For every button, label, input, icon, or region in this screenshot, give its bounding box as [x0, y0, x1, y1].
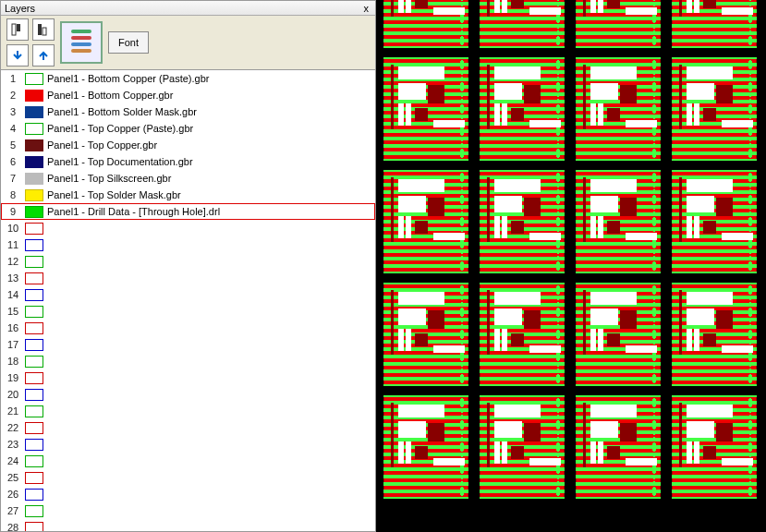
layer-row[interactable]: 18	[1, 353, 375, 369]
move-down-icon[interactable]	[6, 44, 29, 66]
layer-label: Panel1 - Bottom Solder Mask.gbr	[45, 106, 375, 117]
pcb-board	[576, 170, 661, 273]
layer-row[interactable]: 9Panel1 - Drill Data - [Through Hole].dr…	[1, 203, 375, 220]
layer-swatch[interactable]	[25, 322, 43, 334]
layer-swatch[interactable]	[25, 206, 43, 218]
layer-swatch[interactable]	[25, 156, 43, 168]
layer-swatch[interactable]	[25, 439, 43, 451]
layer-number: 1	[1, 73, 25, 84]
svg-rect-1	[17, 24, 20, 31]
layer-number: 27	[1, 505, 25, 516]
panel-title: Layers	[5, 3, 35, 14]
layer-row[interactable]: 14	[1, 286, 375, 303]
layer-swatch[interactable]	[25, 422, 43, 434]
layer-swatch[interactable]	[25, 372, 43, 384]
layer-row[interactable]: 1Panel1 - Bottom Copper (Paste).gbr	[1, 70, 375, 87]
layer-swatch[interactable]	[25, 223, 43, 235]
layer-row[interactable]: 10	[1, 220, 375, 236]
layer-row[interactable]: 24	[1, 453, 375, 469]
close-icon[interactable]: x	[361, 3, 372, 14]
pcb-board	[576, 0, 661, 48]
layer-row[interactable]: 3Panel1 - Bottom Solder Mask.gbr	[1, 103, 375, 120]
svg-rect-0	[12, 24, 16, 35]
layer-row[interactable]: 7Panel1 - Top Silkscreen.gbr	[1, 170, 375, 187]
layer-swatch[interactable]	[25, 272, 43, 284]
layer-swatch[interactable]	[25, 73, 43, 85]
layer-stack-icon[interactable]	[60, 21, 103, 64]
pcb-board	[480, 57, 565, 161]
layer-row[interactable]: 26	[1, 486, 375, 502]
pcb-board	[672, 170, 757, 273]
layer-row[interactable]: 17	[1, 336, 375, 353]
svg-rect-3	[43, 28, 46, 35]
layer-label: Panel1 - Bottom Copper (Paste).gbr	[45, 73, 375, 84]
layer-row[interactable]: 20	[1, 386, 375, 403]
layer-swatch[interactable]	[25, 522, 43, 532]
pcb-board	[383, 170, 468, 273]
layer-row[interactable]: 28	[1, 519, 375, 531]
layer-row[interactable]: 16	[1, 320, 375, 336]
layer-row[interactable]: 11	[1, 236, 375, 253]
layer-swatch[interactable]	[25, 256, 43, 268]
align-top-icon[interactable]	[6, 18, 29, 41]
pcb-board	[383, 283, 468, 386]
panel-titlebar: Layers x	[1, 1, 375, 16]
layer-row[interactable]: 23	[1, 436, 375, 453]
layer-swatch[interactable]	[25, 90, 43, 102]
layer-label: Panel1 - Top Solder Mask.gbr	[45, 189, 375, 200]
pcb-board	[576, 57, 661, 161]
layer-number: 12	[1, 256, 25, 267]
layer-label: Panel1 - Top Copper (Paste).gbr	[45, 123, 375, 134]
font-button[interactable]: Font	[108, 31, 149, 54]
layer-swatch[interactable]	[25, 289, 43, 301]
layer-row[interactable]: 2Panel1 - Bottom Copper.gbr	[1, 87, 375, 103]
layer-row[interactable]: 6Panel1 - Top Documentation.gbr	[1, 153, 375, 170]
layer-swatch[interactable]	[25, 356, 43, 368]
svg-rect-2	[38, 24, 42, 35]
layer-row[interactable]: 4Panel1 - Top Copper (Paste).gbr	[1, 120, 375, 137]
layer-number: 26	[1, 489, 25, 500]
layer-row[interactable]: 12	[1, 253, 375, 270]
pcb-board	[672, 395, 757, 499]
align-bottom-icon[interactable]	[32, 18, 55, 41]
pcb-board	[672, 0, 757, 48]
layer-number: 11	[1, 239, 25, 250]
layer-swatch[interactable]	[25, 106, 43, 118]
app-root: Layers x	[0, 0, 766, 532]
layer-number: 24	[1, 455, 25, 466]
layer-swatch[interactable]	[25, 306, 43, 318]
layer-swatch[interactable]	[25, 139, 43, 151]
layer-row[interactable]: 21	[1, 403, 375, 419]
layer-swatch[interactable]	[25, 339, 43, 351]
layer-row[interactable]: 5Panel1 - Top Copper.gbr	[1, 137, 375, 153]
layer-row[interactable]: 27	[1, 502, 375, 519]
layer-number: 21	[1, 405, 25, 417]
layer-swatch[interactable]	[25, 455, 43, 467]
layer-swatch[interactable]	[25, 405, 43, 417]
layer-number: 14	[1, 289, 25, 300]
layer-number: 16	[1, 322, 25, 333]
layer-swatch[interactable]	[25, 489, 43, 501]
layer-row[interactable]: 19	[1, 369, 375, 386]
layer-swatch[interactable]	[25, 189, 43, 201]
layer-number: 4	[1, 123, 25, 134]
layer-swatch[interactable]	[25, 123, 43, 135]
layer-swatch[interactable]	[25, 472, 43, 484]
layer-label: Panel1 - Top Silkscreen.gbr	[45, 173, 375, 184]
layer-number: 9	[1, 206, 25, 217]
layer-swatch[interactable]	[25, 505, 43, 517]
pcb-viewer[interactable]	[376, 0, 766, 532]
pcb-board	[480, 170, 565, 273]
layer-list-wrap: 1Panel1 - Bottom Copper (Paste).gbr2Pane…	[1, 69, 375, 531]
layer-swatch[interactable]	[25, 239, 43, 251]
layer-list[interactable]: 1Panel1 - Bottom Copper (Paste).gbr2Pane…	[1, 70, 375, 531]
layer-row[interactable]: 25	[1, 469, 375, 486]
layer-row[interactable]: 15	[1, 303, 375, 320]
layer-number: 2	[1, 90, 25, 101]
layer-row[interactable]: 8Panel1 - Top Solder Mask.gbr	[1, 187, 375, 203]
layer-row[interactable]: 22	[1, 419, 375, 436]
layer-row[interactable]: 13	[1, 270, 375, 286]
move-up-icon[interactable]	[32, 44, 55, 66]
layer-swatch[interactable]	[25, 389, 43, 401]
layer-swatch[interactable]	[25, 173, 43, 185]
